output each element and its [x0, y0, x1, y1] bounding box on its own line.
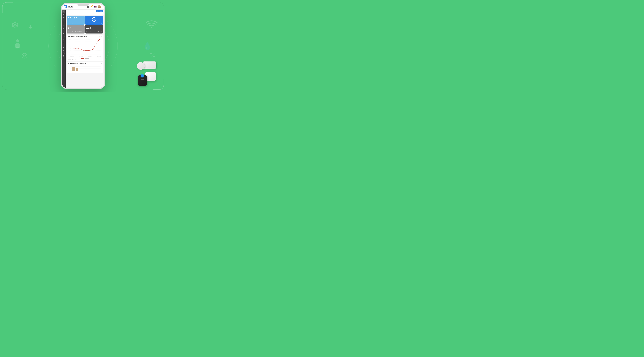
inspections-circle: 100%	[92, 17, 96, 22]
svg-rect-17	[63, 14, 64, 15]
svg-point-15	[92, 7, 92, 8]
svg-rect-8	[65, 6, 66, 7]
legend-line-temperature	[81, 58, 84, 59]
svg-text:45: 45	[70, 66, 70, 67]
chart-delete-icon[interactable]: 🗑	[100, 36, 102, 37]
sidebar-item-megaphone[interactable]	[62, 41, 65, 43]
app-body: ▪▪▪ @	[62, 10, 104, 88]
navigation-icon: ◎	[22, 51, 28, 59]
main-content: 🔗 + Add ⚙ 62 h 25 min.	[66, 10, 104, 88]
legend-bar-temperature	[85, 58, 88, 59]
svg-rect-7	[64, 6, 65, 7]
thermometer-icon: 🌡	[27, 22, 34, 30]
sidebar-item-piechart[interactable]	[62, 46, 65, 49]
sidebar-item-database[interactable]	[62, 52, 65, 54]
chart-actions: ⚙ 🗑	[99, 36, 102, 37]
svg-text:15-01-2021: 15-01-2021	[70, 56, 74, 56]
svg-rect-18	[63, 15, 64, 15]
sidebar-item-contact[interactable]: @	[62, 19, 65, 21]
kpi-open-tickets-gear[interactable]: ⚙	[101, 31, 102, 33]
svg-text:20-01-2021: 20-01-2021	[79, 56, 83, 56]
water-drop-icon: 💧	[143, 42, 152, 50]
chart-title-row: Parameter - Output temperature ⚙ 🗑	[68, 36, 102, 37]
svg-point-4	[150, 53, 152, 54]
phone-screen: SINGU FM Platform	[62, 4, 104, 88]
svg-rect-29	[64, 34, 64, 34]
wifi-icon	[145, 18, 158, 31]
sidebar-item-image[interactable]	[62, 16, 65, 18]
snowflake-icon: ❄	[11, 20, 19, 31]
sidebar-item-settings-tools[interactable]	[62, 24, 65, 27]
chart2-area: 45 40	[68, 65, 102, 72]
kpi-tickets-done-label: Number of tickets done in last 30 days	[68, 31, 84, 32]
chart2-settings-icon[interactable]: ⚙	[100, 63, 102, 64]
chart-temperature-title: Parameter - Output temperature	[68, 36, 87, 37]
kpi-open-tickets-arrow: ↑	[91, 27, 92, 28]
add-button-label: + Add	[99, 10, 102, 12]
chart-legend	[68, 58, 102, 59]
chart-temperature: Parameter - Output temperature ⚙ 🗑	[67, 34, 103, 61]
svg-point-67	[92, 49, 93, 50]
svg-point-30	[63, 36, 64, 37]
user-avatar[interactable]	[98, 5, 101, 8]
svg-rect-34	[64, 39, 64, 40]
svg-rect-40	[64, 56, 64, 56]
notification-icon[interactable]	[90, 6, 93, 8]
kpi-card-visits: 62 h 25 min. Visits time (30 days) ⚙	[67, 16, 84, 25]
sidebar-item-check[interactable]	[62, 35, 65, 38]
inspections-label: Inspections closed without work report	[86, 22, 102, 24]
sidebar-item-signal[interactable]	[62, 38, 65, 40]
phone-notch	[78, 4, 88, 6]
svg-point-61	[78, 48, 78, 48]
sidebar-item-layers[interactable]	[62, 13, 65, 16]
chart-tickets: Property Manager tickets count ⚙ 45 40	[67, 62, 103, 73]
sidebar-item-barchart[interactable]	[62, 27, 65, 30]
svg-text:80: 80	[70, 42, 70, 42]
logo-fm: FM Platform	[68, 7, 73, 8]
svg-text:27-01-2021: 27-01-2021	[98, 56, 101, 56]
svg-text:30: 30	[70, 52, 70, 53]
svg-text:70: 70	[70, 44, 70, 44]
sidebar-item-gear[interactable]	[62, 49, 65, 52]
svg-point-1	[15, 43, 20, 48]
sidebar: ▪▪▪ @	[62, 10, 66, 88]
phone-mockup: SINGU FM Platform	[61, 3, 105, 89]
chart2-title-row: Property Manager tickets count ⚙	[68, 63, 102, 64]
kpi-tickets-done-gear[interactable]: ⚙	[83, 31, 84, 33]
sidebar-item-tools[interactable]	[62, 22, 65, 24]
kpi-grid: 62 h 25 min. Visits time (30 days) ⚙	[66, 15, 104, 34]
svg-text:0: 0	[70, 54, 70, 55]
svg-rect-23	[64, 28, 64, 29]
dashboard-settings-icon[interactable]: ⚙	[102, 13, 103, 15]
svg-point-62	[81, 49, 81, 50]
sidebar-item-dashboard[interactable]: ▪▪▪	[62, 10, 65, 12]
svg-text:50: 50	[70, 48, 70, 49]
grid-icon[interactable]	[87, 6, 90, 8]
sidebar-item-finance[interactable]: $	[62, 44, 65, 46]
chart-settings-icon[interactable]: ⚙	[99, 36, 100, 37]
kpi-inspections-gear[interactable]: ⚙	[101, 22, 102, 24]
sidebar-item-grid[interactable]	[62, 32, 65, 35]
sidebar-item-bulb[interactable]	[62, 30, 65, 32]
avatar-chevron[interactable]: ▾	[102, 6, 102, 8]
chart-data-note: Data from last: 30 days	[68, 59, 102, 60]
add-button[interactable]: 🔗 + Add	[96, 10, 103, 12]
sidebar-item-layout[interactable]	[62, 55, 65, 57]
svg-rect-26	[63, 33, 64, 34]
settings-row: ⚙	[66, 13, 104, 15]
notification-badge	[92, 5, 93, 6]
logo-icon	[64, 5, 67, 8]
svg-rect-31	[63, 40, 64, 40]
svg-text:90: 90	[70, 39, 70, 40]
add-icon: 🔗	[97, 10, 98, 12]
language-flag[interactable]	[94, 6, 96, 8]
kpi-visits-gear[interactable]: ⚙	[83, 22, 84, 24]
svg-rect-11	[87, 6, 88, 7]
app-logo: SINGU FM Platform	[64, 5, 73, 8]
svg-point-5	[153, 56, 155, 57]
svg-text:40: 40	[70, 68, 70, 69]
kpi-visits-sub: min.	[68, 20, 84, 22]
svg-rect-33	[64, 39, 64, 40]
svg-point-69	[96, 43, 97, 43]
svg-point-37	[63, 52, 64, 53]
